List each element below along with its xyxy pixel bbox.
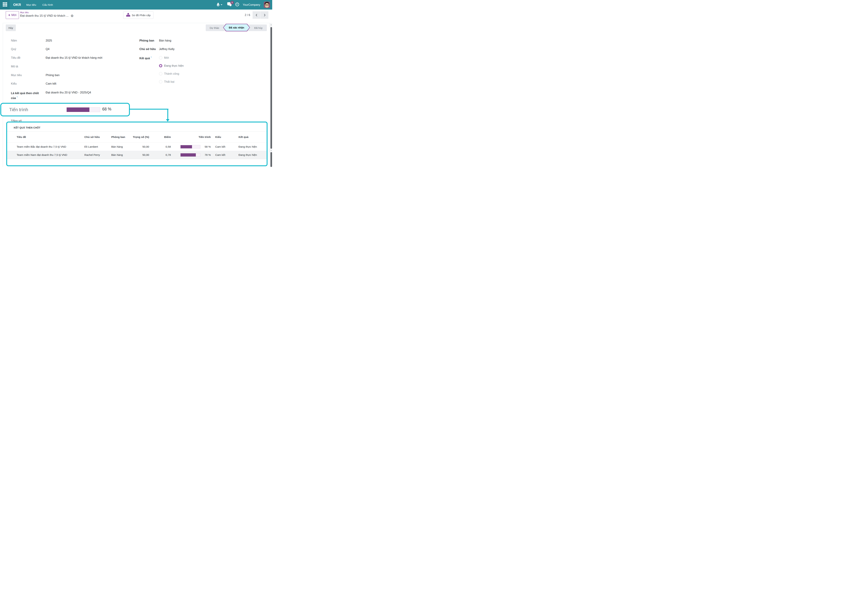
row-progress-text: 58 % [202, 145, 211, 148]
radio-option-in-progress[interactable]: Đang thực hiện [159, 64, 184, 67]
page-scrollbar[interactable]: ▲ ▼ [270, 23, 272, 167]
row-progress-text: 78 % [202, 154, 211, 157]
help-icon[interactable]: ? [17, 96, 17, 98]
droplet-icon [217, 2, 220, 7]
field-value-target[interactable]: Phòng ban [46, 73, 60, 77]
radio-circle [159, 72, 162, 75]
clipped-field-label: Tổng số [11, 120, 22, 121]
cell-weight: 50,00 [132, 154, 149, 157]
progress-bar [67, 107, 100, 112]
apps-grid-icon [3, 2, 7, 7]
message-count-badge: 8 [230, 1, 234, 4]
table-row[interactable]: Team miền Nam đạt doanh thu 7,5 tỷ VND R… [7, 151, 267, 159]
nav-menu-muc-tieu[interactable]: Mục tiêu [26, 3, 36, 6]
cell-result: Đang thực hiện [234, 145, 263, 148]
field-label-description: Mô tả [11, 65, 18, 68]
field-label-year: Năm [11, 39, 17, 42]
field-value-owner[interactable]: Jeffrey Kelly [159, 47, 175, 51]
row-progress-bar [180, 153, 200, 157]
cell-owner: Rachel Perry [84, 154, 111, 157]
status-step-confirmed[interactable]: Đã xác nhận [223, 24, 250, 31]
radio-circle [159, 56, 162, 59]
field-label-parent-kr: Là kết quả then chốt của? [11, 91, 42, 100]
apps-menu-button[interactable] [0, 0, 10, 9]
field-value-parent-kr[interactable]: Đạt doanh thu 20 tỷ VND - 2025/Q4 [46, 91, 91, 94]
sitemap-icon [126, 13, 130, 17]
col-header-result[interactable]: Kết quả [234, 135, 263, 139]
cell-progress: 78 % [171, 153, 213, 157]
breadcrumb-parent-link[interactable]: Mục tiêu [20, 11, 74, 14]
progress-field-label: Tiến trình [9, 107, 28, 112]
cancel-button[interactable]: Hủy [6, 25, 16, 31]
radio-circle [159, 80, 162, 83]
radio-option-failed[interactable]: Thất bại [159, 80, 174, 83]
status-step-draft[interactable]: Dự thảo [206, 25, 223, 31]
scrollbar-thumb-segment[interactable] [270, 152, 272, 167]
clock-icon [235, 2, 239, 7]
hierarchy-view-button[interactable]: Sơ đồ Phân cấp [123, 11, 153, 19]
row-progress-bar [180, 145, 200, 149]
col-header-owner[interactable]: Chủ sở hữu [84, 135, 111, 139]
col-header-weight[interactable]: Trọng số (%) [132, 135, 149, 139]
annotation-connector-horizontal [130, 109, 168, 110]
scroll-down-icon[interactable]: ▼ [270, 150, 272, 151]
col-header-score[interactable]: Điểm [149, 135, 171, 139]
navbar-systray: 8 YourCompany [217, 2, 272, 8]
pager-previous-button[interactable] [253, 11, 260, 19]
user-menu-company[interactable]: YourCompany [243, 3, 260, 6]
cell-title: Team miền Nam đạt doanh thu 7,5 tỷ VND [17, 154, 84, 157]
radio-option-new[interactable]: Mới [159, 56, 169, 59]
app-brand[interactable]: OKR [13, 3, 21, 7]
radio-option-success[interactable]: Thành công [159, 72, 179, 75]
new-record-button[interactable]: + Mới [6, 11, 19, 19]
pager-next-button[interactable] [260, 11, 268, 19]
cell-type: Cam kết [213, 154, 234, 157]
field-value-department[interactable]: Bán hàng [159, 39, 171, 42]
progress-highlight-box: Tiến trình 68 % [0, 103, 130, 116]
cell-title: Team miền Bắc đạt doanh thu 7,5 tỷ VND [17, 145, 84, 148]
col-header-type[interactable]: Kiểu [213, 135, 234, 139]
plus-icon: + [8, 13, 10, 17]
activities-menu[interactable] [235, 2, 239, 7]
col-header-title[interactable]: Tiêu đề [17, 135, 84, 139]
cell-owner: Eli Lambert [84, 145, 111, 148]
status-step-cancelled[interactable]: Đã hủy [250, 25, 267, 31]
table-row[interactable]: Team miền Bắc đạt doanh thu 7,5 tỷ VND E… [7, 143, 267, 151]
page-title: Đạt doanh thu 15 tỷ VND từ khách ... [20, 14, 68, 17]
nav-menu-cau-hinh[interactable]: Cấu hình [42, 3, 53, 6]
new-button-label: Mới [11, 13, 17, 17]
key-results-table-body: Team miền Bắc đạt doanh thu 7,5 tỷ VND E… [7, 143, 267, 159]
field-label-title: Tiêu đề [11, 56, 20, 59]
help-icon[interactable]: ? [151, 56, 152, 58]
debug-droplet-menu[interactable] [217, 2, 222, 7]
cell-weight: 50,00 [132, 145, 149, 148]
active-step-label: Đã xác nhận [223, 24, 250, 31]
field-label-quarter: Quý [11, 47, 16, 51]
cell-score: 0,58 [149, 145, 171, 148]
field-value-year[interactable]: 2025 [46, 39, 52, 42]
field-value-title[interactable]: Đạt doanh thu 15 tỷ VND từ khách hàng mớ… [46, 56, 102, 59]
top-navbar: OKR Mục tiêu Cấu hình 8 YourCompan [0, 0, 272, 9]
annotation-connector-vertical [167, 109, 168, 120]
scroll-up-icon[interactable]: ▲ [270, 24, 272, 26]
key-results-table-header: Tiêu đề Chủ sở hữu Phòng ban Trọng số (%… [7, 132, 267, 143]
cell-result: Đang thực hiện [234, 154, 263, 157]
col-header-progress[interactable]: Tiến trình [171, 135, 213, 139]
chevron-down-icon [221, 4, 222, 5]
messages-menu[interactable]: 8 [227, 2, 232, 8]
scrollbar-thumb[interactable] [270, 27, 272, 149]
field-label-target: Mục tiêu [11, 73, 22, 77]
cell-score: 0,78 [149, 154, 171, 157]
control-panel: + Mới Mục tiêu Đạt doanh thu 15 tỷ VND t… [0, 9, 272, 23]
field-value-quarter[interactable]: Q4 [46, 47, 50, 51]
status-bar: Dự thảo Đã xác nhận Đã hủy [206, 25, 267, 31]
cell-department: Bán hàng [111, 154, 132, 157]
field-value-type[interactable]: Cam kết [46, 82, 56, 85]
user-avatar[interactable] [264, 2, 270, 8]
gear-icon[interactable]: ⚙ [71, 14, 74, 17]
col-header-department[interactable]: Phòng ban [111, 135, 132, 139]
okr-record-page: OKR Mục tiêu Cấu hình 8 YourCompan [0, 0, 272, 167]
radio-circle-selected [159, 64, 162, 67]
key-results-highlight-box: KẾT QUẢ THEN CHỐT Tiêu đề Chủ sở hữu Phò… [6, 121, 268, 166]
field-label-department: Phòng ban [140, 39, 154, 42]
